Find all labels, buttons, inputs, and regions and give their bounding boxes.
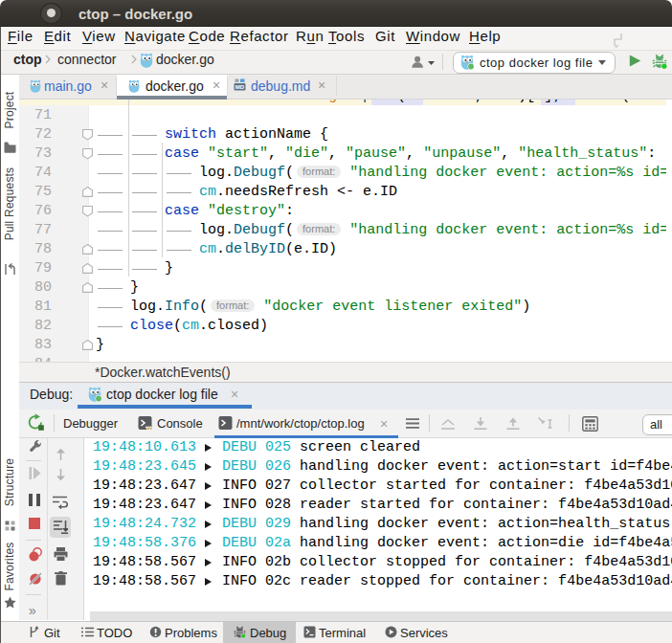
svg-text:MD: MD bbox=[235, 84, 245, 90]
